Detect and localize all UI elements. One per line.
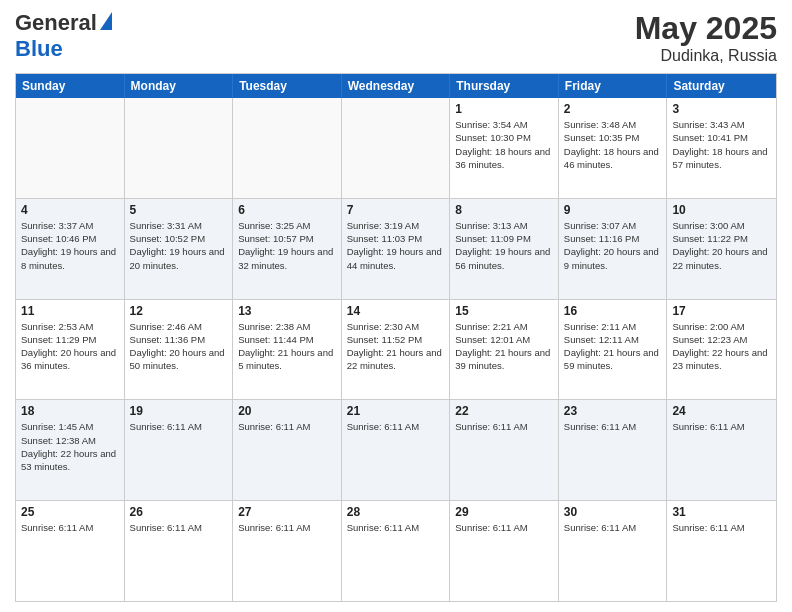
header-day-monday: Monday: [125, 74, 234, 98]
calendar-cell: [16, 98, 125, 198]
day-info: Sunrise: 3:00 AM Sunset: 11:22 PM Daylig…: [672, 219, 771, 272]
logo: General Blue: [15, 10, 112, 62]
day-info: Sunrise: 2:30 AM Sunset: 11:52 PM Daylig…: [347, 320, 445, 373]
day-number: 23: [564, 404, 662, 418]
header-day-saturday: Saturday: [667, 74, 776, 98]
logo-blue-text: Blue: [15, 36, 63, 62]
header-day-sunday: Sunday: [16, 74, 125, 98]
calendar-cell: 14Sunrise: 2:30 AM Sunset: 11:52 PM Dayl…: [342, 300, 451, 400]
day-number: 20: [238, 404, 336, 418]
day-info: Sunrise: 3:19 AM Sunset: 11:03 PM Daylig…: [347, 219, 445, 272]
calendar-cell: 18Sunrise: 1:45 AM Sunset: 12:38 AM Dayl…: [16, 400, 125, 500]
calendar-week-4: 18Sunrise: 1:45 AM Sunset: 12:38 AM Dayl…: [16, 399, 776, 500]
calendar-cell: 2Sunrise: 3:48 AM Sunset: 10:35 PM Dayli…: [559, 98, 668, 198]
calendar-cell: 25Sunrise: 6:11 AM: [16, 501, 125, 601]
calendar-cell: 22Sunrise: 6:11 AM: [450, 400, 559, 500]
day-info: Sunrise: 6:11 AM: [672, 420, 771, 433]
day-info: Sunrise: 2:53 AM Sunset: 11:29 PM Daylig…: [21, 320, 119, 373]
day-info: Sunrise: 3:37 AM Sunset: 10:46 PM Daylig…: [21, 219, 119, 272]
day-number: 15: [455, 304, 553, 318]
day-info: Sunrise: 2:46 AM Sunset: 11:36 PM Daylig…: [130, 320, 228, 373]
calendar-cell: 17Sunrise: 2:00 AM Sunset: 12:23 AM Dayl…: [667, 300, 776, 400]
day-number: 21: [347, 404, 445, 418]
day-number: 2: [564, 102, 662, 116]
calendar-cell: 9Sunrise: 3:07 AM Sunset: 11:16 PM Dayli…: [559, 199, 668, 299]
calendar-cell: 28Sunrise: 6:11 AM: [342, 501, 451, 601]
calendar-cell: 12Sunrise: 2:46 AM Sunset: 11:36 PM Dayl…: [125, 300, 234, 400]
header-day-friday: Friday: [559, 74, 668, 98]
calendar: SundayMondayTuesdayWednesdayThursdayFrid…: [15, 73, 777, 602]
day-info: Sunrise: 6:11 AM: [238, 420, 336, 433]
day-info: Sunrise: 6:11 AM: [564, 521, 662, 534]
day-info: Sunrise: 3:07 AM Sunset: 11:16 PM Daylig…: [564, 219, 662, 272]
calendar-cell: 10Sunrise: 3:00 AM Sunset: 11:22 PM Dayl…: [667, 199, 776, 299]
calendar-cell: 26Sunrise: 6:11 AM: [125, 501, 234, 601]
calendar-week-1: 1Sunrise: 3:54 AM Sunset: 10:30 PM Dayli…: [16, 98, 776, 198]
day-number: 7: [347, 203, 445, 217]
day-info: Sunrise: 2:00 AM Sunset: 12:23 AM Daylig…: [672, 320, 771, 373]
day-info: Sunrise: 3:13 AM Sunset: 11:09 PM Daylig…: [455, 219, 553, 272]
day-number: 18: [21, 404, 119, 418]
day-number: 13: [238, 304, 336, 318]
day-number: 25: [21, 505, 119, 519]
calendar-cell: 20Sunrise: 6:11 AM: [233, 400, 342, 500]
logo-triangle-icon: [100, 12, 112, 30]
calendar-cell: 8Sunrise: 3:13 AM Sunset: 11:09 PM Dayli…: [450, 199, 559, 299]
calendar-cell: 11Sunrise: 2:53 AM Sunset: 11:29 PM Dayl…: [16, 300, 125, 400]
day-number: 11: [21, 304, 119, 318]
month-year: May 2025: [635, 10, 777, 47]
day-number: 10: [672, 203, 771, 217]
calendar-cell: 21Sunrise: 6:11 AM: [342, 400, 451, 500]
day-number: 6: [238, 203, 336, 217]
day-info: Sunrise: 6:11 AM: [455, 521, 553, 534]
day-info: Sunrise: 6:11 AM: [347, 521, 445, 534]
day-number: 14: [347, 304, 445, 318]
day-number: 3: [672, 102, 771, 116]
day-number: 12: [130, 304, 228, 318]
day-info: Sunrise: 6:11 AM: [130, 420, 228, 433]
header-day-wednesday: Wednesday: [342, 74, 451, 98]
calendar-week-5: 25Sunrise: 6:11 AM26Sunrise: 6:11 AM27Su…: [16, 500, 776, 601]
calendar-cell: 23Sunrise: 6:11 AM: [559, 400, 668, 500]
header-day-tuesday: Tuesday: [233, 74, 342, 98]
day-number: 27: [238, 505, 336, 519]
location: Dudinka, Russia: [635, 47, 777, 65]
day-number: 30: [564, 505, 662, 519]
calendar-week-3: 11Sunrise: 2:53 AM Sunset: 11:29 PM Dayl…: [16, 299, 776, 400]
calendar-cell: 3Sunrise: 3:43 AM Sunset: 10:41 PM Dayli…: [667, 98, 776, 198]
calendar-cell: 30Sunrise: 6:11 AM: [559, 501, 668, 601]
day-info: Sunrise: 3:48 AM Sunset: 10:35 PM Daylig…: [564, 118, 662, 171]
calendar-cell: [342, 98, 451, 198]
day-number: 29: [455, 505, 553, 519]
day-number: 16: [564, 304, 662, 318]
calendar-cell: 4Sunrise: 3:37 AM Sunset: 10:46 PM Dayli…: [16, 199, 125, 299]
header-day-thursday: Thursday: [450, 74, 559, 98]
day-number: 1: [455, 102, 553, 116]
day-info: Sunrise: 6:11 AM: [564, 420, 662, 433]
day-number: 24: [672, 404, 771, 418]
day-number: 31: [672, 505, 771, 519]
calendar-cell: 13Sunrise: 2:38 AM Sunset: 11:44 PM Dayl…: [233, 300, 342, 400]
calendar-cell: [125, 98, 234, 198]
calendar-cell: 6Sunrise: 3:25 AM Sunset: 10:57 PM Dayli…: [233, 199, 342, 299]
day-number: 5: [130, 203, 228, 217]
day-info: Sunrise: 2:21 AM Sunset: 12:01 AM Daylig…: [455, 320, 553, 373]
calendar-cell: 27Sunrise: 6:11 AM: [233, 501, 342, 601]
day-info: Sunrise: 2:11 AM Sunset: 12:11 AM Daylig…: [564, 320, 662, 373]
calendar-cell: 1Sunrise: 3:54 AM Sunset: 10:30 PM Dayli…: [450, 98, 559, 198]
calendar-body: 1Sunrise: 3:54 AM Sunset: 10:30 PM Dayli…: [16, 98, 776, 601]
calendar-cell: 16Sunrise: 2:11 AM Sunset: 12:11 AM Dayl…: [559, 300, 668, 400]
day-number: 22: [455, 404, 553, 418]
day-info: Sunrise: 3:31 AM Sunset: 10:52 PM Daylig…: [130, 219, 228, 272]
title-section: May 2025 Dudinka, Russia: [635, 10, 777, 65]
day-number: 4: [21, 203, 119, 217]
calendar-cell: 7Sunrise: 3:19 AM Sunset: 11:03 PM Dayli…: [342, 199, 451, 299]
day-info: Sunrise: 6:11 AM: [672, 521, 771, 534]
day-info: Sunrise: 6:11 AM: [21, 521, 119, 534]
calendar-cell: 15Sunrise: 2:21 AM Sunset: 12:01 AM Dayl…: [450, 300, 559, 400]
calendar-cell: 31Sunrise: 6:11 AM: [667, 501, 776, 601]
day-info: Sunrise: 6:11 AM: [347, 420, 445, 433]
day-info: Sunrise: 6:11 AM: [238, 521, 336, 534]
calendar-cell: 19Sunrise: 6:11 AM: [125, 400, 234, 500]
calendar-cell: [233, 98, 342, 198]
